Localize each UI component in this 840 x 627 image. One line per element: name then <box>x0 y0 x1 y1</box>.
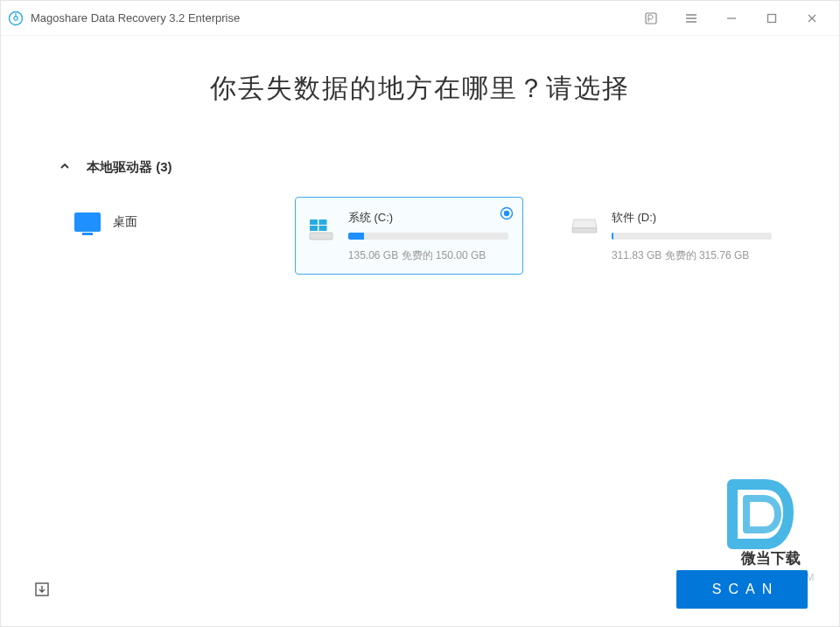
desktop-icon <box>74 212 101 232</box>
titlebar-right <box>631 1 832 36</box>
drive-body: 系统 (C:) 135.06 GB 免费的 150.00 GB <box>348 210 508 263</box>
drive-name: 系统 (C:) <box>348 210 508 226</box>
drive-usage-fill <box>612 233 613 240</box>
drive-item-c[interactable]: 系统 (C:) 135.06 GB 免费的 150.00 GB <box>295 197 523 275</box>
svg-rect-6 <box>310 233 332 240</box>
drive-free-text: 311.83 GB 免费的 315.76 GB <box>612 248 772 263</box>
close-button[interactable] <box>792 1 832 36</box>
main-content: 你丢失数据的地方在哪里？请选择 本地驱动器 (3) 桌面 <box>1 36 839 275</box>
drives-area: 桌面 <box>53 197 787 275</box>
svg-rect-9 <box>310 226 318 231</box>
import-button[interactable] <box>32 580 52 599</box>
titlebar: Magoshare Data Recovery 3.2 Enterprise <box>1 1 839 36</box>
drive-free-text: 135.06 GB 免费的 150.00 GB <box>348 248 508 263</box>
scan-button[interactable]: SCAN <box>676 570 808 609</box>
hdd-drive-icon <box>570 210 599 263</box>
maximize-button[interactable] <box>752 1 792 36</box>
windows-drive-icon <box>306 210 336 263</box>
watermark-text: 微当下载 <box>741 548 801 568</box>
drive-item-d[interactable]: 软件 (D:) 311.83 GB 免费的 315.76 GB <box>558 197 787 275</box>
svg-rect-11 <box>572 228 597 233</box>
minimize-button[interactable] <box>711 1 752 36</box>
drive-group-header[interactable]: 本地驱动器 (3) <box>53 159 787 176</box>
bottom-bar: SCAN <box>1 570 839 609</box>
watermark-logo-icon <box>717 476 797 556</box>
svg-rect-7 <box>310 219 318 225</box>
drive-group-title: 本地驱动器 (3) <box>87 159 172 176</box>
svg-rect-10 <box>318 226 326 231</box>
drive-usage-bar <box>348 233 508 240</box>
svg-point-5 <box>504 211 509 216</box>
app-window: Magoshare Data Recovery 3.2 Enterprise <box>0 0 840 627</box>
page-headline: 你丢失数据的地方在哪里？请选择 <box>53 71 787 107</box>
app-logo-icon <box>8 10 24 26</box>
svg-rect-8 <box>318 219 326 225</box>
drive-name: 软件 (D:) <box>612 210 772 226</box>
drive-usage-fill <box>348 233 364 240</box>
drive-item-desktop[interactable]: 桌面 <box>74 212 260 275</box>
desktop-label: 桌面 <box>113 214 137 230</box>
chevron-up-icon <box>59 160 71 176</box>
drive-body: 软件 (D:) 311.83 GB 免费的 315.76 GB <box>612 210 772 263</box>
app-title: Magoshare Data Recovery 3.2 Enterprise <box>31 11 240 24</box>
menu-button[interactable] <box>671 1 711 36</box>
svg-point-1 <box>14 16 18 19</box>
scan-button-label: SCAN <box>712 582 779 597</box>
svg-rect-3 <box>768 14 776 22</box>
drive-usage-bar <box>612 233 772 240</box>
language-button[interactable] <box>631 1 671 36</box>
selected-radio-icon <box>500 206 514 224</box>
titlebar-left: Magoshare Data Recovery 3.2 Enterprise <box>8 10 240 26</box>
